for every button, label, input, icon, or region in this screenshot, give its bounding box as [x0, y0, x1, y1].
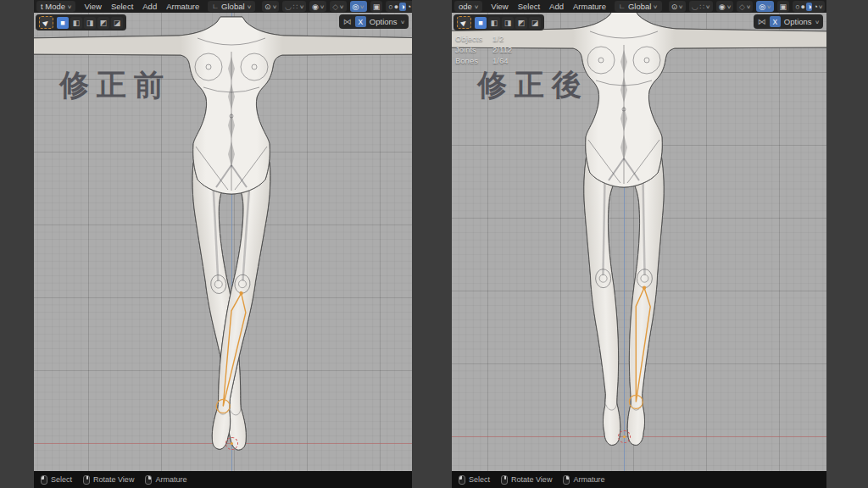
menu-select[interactable]: Select — [111, 2, 133, 11]
menu-add[interactable]: Add — [549, 2, 564, 11]
chevron-down-icon: ∨ — [654, 3, 659, 9]
shading-wireframe-button[interactable]: ○ — [388, 3, 392, 11]
menu-bar: View Select Add Armature — [81, 2, 203, 11]
proportional-editing-icon: ◉ — [719, 3, 726, 11]
menu-armature[interactable]: Armature — [573, 2, 606, 11]
menu-add[interactable]: Add — [142, 2, 157, 11]
chevron-down-icon: ∨ — [320, 3, 325, 9]
mouse-left-icon — [459, 475, 465, 485]
chevron-down-icon: ∨ — [272, 3, 277, 9]
xray-button[interactable]: ▣ — [777, 1, 790, 12]
proportional-editing-icon: ◉ — [312, 3, 319, 11]
pivot-point-button[interactable]: ⊙ ∨ — [669, 1, 686, 12]
select-subtract-button[interactable]: ◨ — [84, 17, 96, 29]
orientation-dropdown[interactable]: ∟ Global ∨ — [615, 1, 662, 12]
shading-solid-button[interactable]: ● — [394, 3, 398, 11]
orientation-label: Global — [628, 2, 651, 11]
chevron-down-icon: ∨ — [678, 3, 683, 9]
mode-label: ode — [459, 2, 472, 11]
keymap-label: Rotate View — [93, 475, 134, 484]
overlays-button[interactable]: ◎ ∨ — [350, 1, 367, 12]
proportional-editing-button[interactable]: ◉ ∨ — [309, 1, 326, 12]
viewport-header: ode ∨ View Select Add Armature ∟ Global … — [452, 0, 826, 13]
chevron-down-icon: ∨ — [818, 3, 823, 9]
mirror-x-toggle[interactable]: X — [770, 16, 781, 27]
viewport-3d[interactable]: Objects 1/2 Joints 2/112 Bones 1/64 修正後 — [452, 13, 826, 471]
mouse-right-icon — [145, 475, 152, 485]
keymap-rotate-view: Rotate View — [501, 475, 552, 485]
orientation-dropdown[interactable]: ∟ Global ∨ — [208, 1, 255, 12]
viewport-3d[interactable]: 修正前 — [34, 13, 412, 471]
proportional-editing-button[interactable]: ◉ ∨ — [716, 1, 733, 12]
axes-icon: ∟ — [212, 3, 219, 10]
comparison-image: t Mode ∨ View Select Add Armature ∟ Glob… — [0, 0, 868, 488]
tweak-tool-button[interactable]: ▶ — [457, 16, 471, 29]
tool-settings-right: ⋈ X Options ∨ — [339, 14, 409, 29]
select-set-button[interactable]: ■ — [475, 17, 487, 29]
shading-mode-group: ○ ● ◑ ◔ — [386, 1, 412, 12]
menu-view[interactable]: View — [491, 2, 508, 11]
tweak-tool-button[interactable]: ▶ — [39, 16, 53, 29]
select-intersect-button[interactable]: ◪ — [529, 17, 541, 29]
tool-settings-right: ⋈ X Options ∨ — [754, 14, 823, 29]
cursor-arrow-icon: ▶ — [459, 18, 469, 27]
keymap-select: Select — [41, 475, 72, 485]
status-bar: Select Rotate View Armature — [34, 471, 412, 488]
gizmo-button[interactable]: ◇ ∨ — [737, 1, 753, 12]
keymap-armature: Armature — [563, 475, 604, 485]
keymap-armature: Armature — [145, 475, 186, 485]
shading-rendered-button[interactable]: ◔ — [813, 3, 817, 11]
keymap-label: Armature — [155, 475, 186, 484]
menu-view[interactable]: View — [84, 2, 101, 11]
keymap-select: Select — [459, 475, 490, 485]
menu-armature[interactable]: Armature — [166, 2, 199, 11]
mode-dropdown[interactable]: ode ∨ — [454, 1, 482, 12]
mouse-middle-icon — [83, 475, 90, 485]
gizmo-button[interactable]: ◇ ∨ — [330, 1, 346, 12]
stat-label: Joints — [455, 44, 492, 55]
select-invert-button[interactable]: ◩ — [515, 17, 527, 29]
shading-material-button[interactable]: ◑ — [399, 3, 405, 11]
cursor-3d — [225, 437, 238, 450]
chevron-down-icon: ∨ — [360, 3, 365, 9]
select-invert-button[interactable]: ◩ — [97, 17, 109, 29]
shading-solid-button[interactable]: ● — [801, 3, 805, 11]
chevron-down-icon: ∨ — [815, 19, 820, 25]
cursor-3d — [618, 430, 631, 443]
options-dropdown[interactable]: Options — [370, 17, 398, 26]
header-toggles: ⊙ ∨ ◡ ∷ ∨ ◉ ∨ ◇ ∨ ◎ ∨ ▣ ○ — [262, 1, 412, 12]
chevron-down-icon: ∨ — [299, 3, 304, 9]
shading-wireframe-button[interactable]: ○ — [795, 3, 799, 11]
shading-material-button[interactable]: ◑ — [806, 3, 812, 11]
options-dropdown[interactable]: Options — [784, 17, 812, 26]
snap-target-icon: ∷ — [700, 3, 705, 11]
mode-dropdown[interactable]: t Mode ∨ — [36, 1, 75, 12]
orientation-label: Global — [221, 2, 244, 11]
snap-button[interactable]: ◡ ∷ ∨ — [282, 1, 306, 12]
snap-target-icon: ∷ — [293, 3, 298, 11]
pivot-point-button[interactable]: ⊙ ∨ — [262, 1, 279, 12]
mouse-right-icon — [563, 475, 570, 485]
snap-button[interactable]: ◡ ∷ ∨ — [689, 1, 713, 12]
keymap-label: Armature — [573, 475, 604, 484]
overlays-button[interactable]: ◎ ∨ — [756, 1, 773, 12]
keymap-label: Rotate View — [511, 475, 552, 484]
pivot-point-icon: ⊙ — [264, 3, 271, 11]
menu-select[interactable]: Select — [518, 2, 540, 11]
mirror-x-toggle[interactable]: X — [355, 16, 366, 27]
shading-rendered-button[interactable]: ◔ — [407, 3, 411, 11]
chevron-down-icon: ∨ — [67, 3, 72, 9]
chevron-down-icon: ∨ — [339, 3, 344, 9]
select-set-button[interactable]: ■ — [57, 17, 69, 29]
select-extend-button[interactable]: ◧ — [488, 17, 500, 29]
select-intersect-button[interactable]: ◪ — [111, 17, 123, 29]
status-bar: Select Rotate View Armature — [452, 471, 826, 488]
xray-button[interactable]: ▣ — [370, 1, 383, 12]
xray-icon: ▣ — [780, 3, 787, 11]
select-subtract-button[interactable]: ◨ — [502, 17, 514, 29]
stat-label: Objects — [455, 33, 492, 44]
select-mode-group: ■ ◧ ◨ ◩ ◪ — [475, 17, 541, 29]
shading-mode-group: ○ ● ◑ ◔ ∨ — [793, 1, 825, 12]
menu-bar: View Select Add Armature — [487, 2, 609, 11]
select-extend-button[interactable]: ◧ — [70, 17, 82, 29]
